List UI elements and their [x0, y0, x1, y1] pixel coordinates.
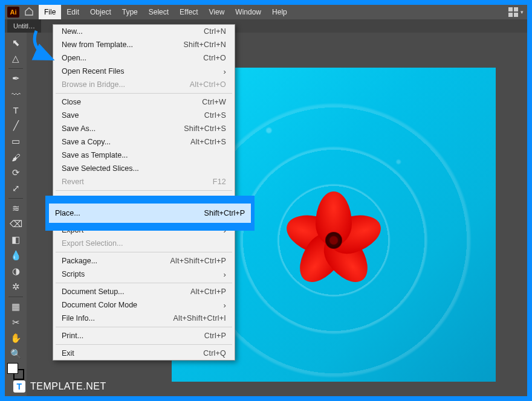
- menu-item-save-as-template[interactable]: Save as Template...: [53, 149, 235, 162]
- hand-tool[interactable]: ✋: [7, 330, 24, 346]
- menu-item-new-from-template[interactable]: New from Template...Shift+Ctrl+N: [53, 38, 235, 51]
- zoom-tool[interactable]: 🔍: [7, 346, 24, 362]
- menu-item-exit[interactable]: ExitCtrl+Q: [53, 347, 235, 360]
- menu-item-export-selection: Export Selection...: [53, 237, 235, 250]
- watermark-logo-icon: T: [13, 380, 25, 393]
- blend-tool[interactable]: ◑: [7, 263, 24, 279]
- pen-tool[interactable]: ✒: [7, 71, 24, 86]
- home-icon[interactable]: [24, 7, 34, 18]
- fill-stroke-swatch[interactable]: [7, 363, 24, 380]
- menu-item-file-info[interactable]: File Info...Alt+Shift+Ctrl+I: [53, 312, 235, 325]
- menu-select[interactable]: Select: [143, 5, 174, 19]
- menu-bar: Ai FileEditObjectTypeSelectEffectViewWin…: [5, 5, 527, 19]
- symbol-sprayer-tool[interactable]: ✲: [7, 279, 24, 295]
- document-tab[interactable]: Untitl…: [7, 19, 41, 33]
- rectangle-tool[interactable]: ▭: [7, 133, 24, 149]
- menu-item-open-recent-files[interactable]: Open Recent Files›: [53, 65, 235, 78]
- menu-file[interactable]: File: [39, 5, 61, 19]
- menu-item-new[interactable]: New...Ctrl+N: [53, 25, 235, 38]
- eyedropper-tool[interactable]: 💧: [7, 248, 24, 263]
- menu-item-save-as[interactable]: Save As...Shift+Ctrl+S: [53, 122, 235, 135]
- menu-item-revert: RevertF12: [53, 175, 235, 188]
- menu-edit[interactable]: Edit: [61, 5, 85, 19]
- menu-item-document-setup[interactable]: Document Setup...Alt+Ctrl+P: [53, 285, 235, 298]
- artboard-tool[interactable]: ▦: [7, 299, 24, 315]
- menu-object[interactable]: Object: [85, 5, 117, 19]
- menu-item-save-selected-slices[interactable]: Save Selected Slices...: [53, 162, 235, 175]
- workspace-switcher-icon[interactable]: ▾: [508, 7, 524, 17]
- menu-item-scripts[interactable]: Scripts›: [53, 268, 235, 281]
- slice-tool[interactable]: ✂: [7, 315, 24, 330]
- flower-image: [282, 189, 385, 292]
- place-highlight: Place... Shift+Ctrl+P: [45, 196, 255, 231]
- line-tool[interactable]: ╱: [7, 118, 24, 133]
- paintbrush-tool[interactable]: 🖌: [7, 149, 24, 165]
- menu-view[interactable]: View: [204, 5, 230, 19]
- menu-item-print[interactable]: Print...Ctrl+P: [53, 329, 235, 342]
- illustrator-window: Ai FileEditObjectTypeSelectEffectViewWin…: [5, 5, 527, 396]
- eraser-tool[interactable]: ⌫: [7, 216, 24, 232]
- file-menu-dropdown: New...Ctrl+NNew from Template...Shift+Ct…: [53, 24, 235, 361]
- menu-item-open[interactable]: Open...Ctrl+O: [53, 51, 235, 65]
- tutorial-frame: Ai FileEditObjectTypeSelectEffectViewWin…: [0, 0, 532, 401]
- watermark: T TEMPLATE.NET: [13, 380, 106, 393]
- menu-item-package[interactable]: Package...Alt+Shift+Ctrl+P: [53, 254, 235, 268]
- menu-item-document-color-mode[interactable]: Document Color Mode›: [53, 298, 235, 312]
- place-shortcut: Shift+Ctrl+P: [204, 209, 245, 217]
- watermark-text: TEMPLATE.NET: [30, 381, 106, 392]
- menu-item-close[interactable]: CloseCtrl+W: [53, 95, 235, 109]
- direct-selection-tool[interactable]: △: [7, 51, 24, 66]
- menu-effect[interactable]: Effect: [174, 5, 203, 19]
- tool-panel: ⬉△✒〰T╱▭🖌⟳⤢≋⌫◧💧◑✲▦✂✋🔍: [5, 33, 27, 396]
- selection-tool[interactable]: ⬉: [7, 35, 24, 51]
- menu-item-save-a-copy[interactable]: Save a Copy...Alt+Ctrl+S: [53, 135, 235, 149]
- place-label[interactable]: Place...: [55, 209, 80, 217]
- gradient-tool[interactable]: ◧: [7, 232, 24, 248]
- width-tool[interactable]: ≋: [7, 200, 24, 216]
- menu-item-browse-in-bridge: Browse in Bridge...Alt+Ctrl+O: [53, 78, 235, 91]
- curvature-tool[interactable]: 〰: [7, 86, 24, 102]
- rotate-tool[interactable]: ⟳: [7, 165, 24, 181]
- menu-type[interactable]: Type: [117, 5, 143, 19]
- app-logo: Ai: [7, 7, 19, 18]
- menu-help[interactable]: Help: [267, 5, 293, 19]
- type-tool[interactable]: T: [7, 102, 24, 118]
- menu-item-save[interactable]: SaveCtrl+S: [53, 109, 235, 122]
- scale-tool[interactable]: ⤢: [7, 181, 24, 196]
- menu-window[interactable]: Window: [230, 5, 267, 19]
